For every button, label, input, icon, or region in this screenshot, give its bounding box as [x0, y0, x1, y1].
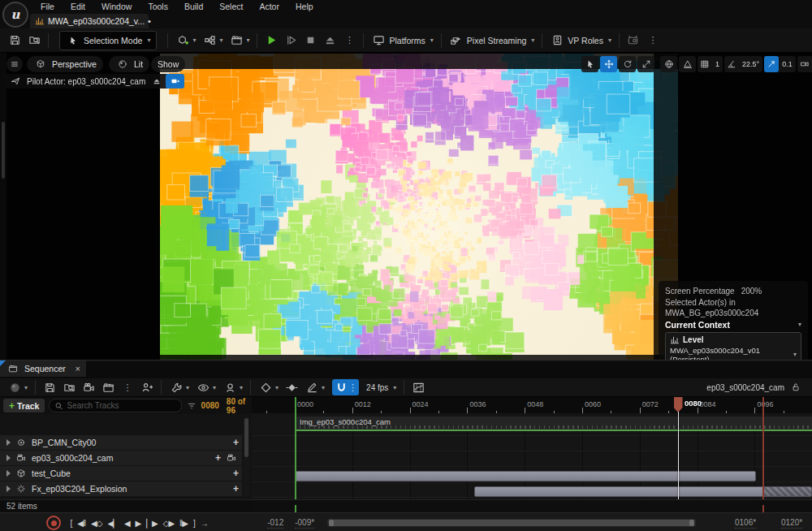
transport-button-0[interactable]: [ — [71, 519, 72, 528]
expand-chevron-icon[interactable] — [6, 470, 11, 477]
menu-edit[interactable]: Edit — [63, 2, 93, 11]
transport-button-5[interactable]: ▶ — [136, 519, 141, 528]
panel-scrollbar[interactable] — [2, 122, 5, 179]
viewport-options-button[interactable] — [6, 56, 23, 72]
level-viewport[interactable]: Perspective Lit Show Pilot Actor: ep03_s… — [0, 53, 812, 360]
close-icon[interactable]: × — [76, 364, 80, 373]
transport-button-1[interactable]: ◀‖ — [77, 519, 85, 528]
transport-button-10[interactable]: → — [201, 519, 208, 528]
menu-build[interactable]: Build — [176, 2, 211, 11]
add-section-icon[interactable]: + — [233, 468, 239, 479]
track-row[interactable]: ep03_s000c204_cam + — [0, 451, 242, 465]
timeline-area[interactable]: 0000001200240036004800600072008400960080… — [252, 397, 812, 499]
add-actor-to-sequencer-button[interactable] — [137, 379, 157, 395]
expand-chevron-icon[interactable] — [6, 455, 11, 461]
view-range-end-field[interactable]: 0120* — [781, 518, 802, 529]
stop-piloting-eject-icon[interactable] — [149, 74, 164, 88]
camera-view-toggle[interactable] — [166, 74, 184, 88]
add-section-icon[interactable]: + — [215, 452, 221, 464]
scrollbar-thumb[interactable] — [244, 418, 248, 457]
menu-window[interactable]: Window — [93, 2, 140, 11]
tracklist-scrollbar[interactable] — [244, 417, 249, 498]
seq-browse-button[interactable] — [59, 379, 79, 395]
level-tab[interactable]: MWA_ep03s000c204_v... • — [30, 14, 149, 28]
add-actor-dropdown[interactable]: ▾ — [172, 33, 199, 48]
menu-select[interactable]: Select — [211, 2, 251, 11]
auto-key-button[interactable] — [282, 379, 301, 395]
track-row[interactable]: BP_CMN_City00 + — [0, 435, 242, 450]
transport-button-3[interactable]: ◀▏ — [108, 519, 119, 528]
unreal-logo[interactable]: u — [2, 2, 28, 28]
sequence-browse-dropdown[interactable]: ▾ — [4, 380, 31, 395]
current-context-box[interactable]: Level MWA_ep03s000c204_v01 (Persistent) … — [665, 332, 801, 360]
perspective-dropdown[interactable]: Perspective — [27, 56, 103, 72]
playback-options-dropdown[interactable]: ▾ — [219, 380, 246, 395]
transport-button-4[interactable]: ◀ — [124, 519, 130, 528]
tangent-options-dropdown[interactable]: ▾ — [301, 380, 328, 395]
add-track-button[interactable]: + Track — [3, 399, 45, 412]
blueprints-dropdown[interactable]: ▾ — [199, 33, 226, 48]
media-capture-button[interactable] — [624, 31, 643, 50]
selection-mode-dropdown[interactable]: Selection Mode ▾ — [59, 31, 157, 50]
sequencer-tab[interactable]: Sequencer × — [0, 360, 86, 377]
browse-content-button[interactable] — [24, 31, 44, 50]
transport-button-6[interactable]: ▏▶ — [146, 519, 157, 528]
scale-tool-button[interactable] — [637, 56, 654, 72]
view-mode-dropdown[interactable]: Lit — [109, 56, 149, 72]
menu-actor[interactable]: Actor — [251, 2, 287, 11]
view-range-start-field[interactable]: -012 — [267, 518, 283, 529]
camera-cut-icon[interactable] — [224, 451, 239, 465]
render-movie-button[interactable] — [98, 379, 118, 395]
eject-button[interactable] — [320, 31, 339, 50]
shot-track-banner[interactable]: Img_ep03_s000c204_cam — [295, 417, 812, 430]
camera-speed-group[interactable]: 1 — [797, 56, 812, 72]
section-bar[interactable] — [474, 486, 812, 497]
timeline-ruler[interactable]: 0000001200240036004800600072008400960080 — [252, 397, 812, 413]
add-section-icon[interactable]: + — [233, 483, 239, 494]
toolbar-overflow-button[interactable]: ⋮ — [643, 31, 663, 50]
track-row[interactable]: Fx_ep03C204_Explosion + — [0, 481, 242, 496]
seq-save-button[interactable] — [40, 379, 59, 395]
working-range-start-field[interactable]: -009* — [295, 518, 314, 529]
menu-tools[interactable]: Tools — [140, 2, 176, 11]
transport-button-2[interactable]: ◀◇ — [91, 519, 102, 528]
section-bar[interactable] — [295, 471, 756, 481]
chevron-down-icon[interactable]: ▾ — [798, 321, 801, 328]
frame-skip-button[interactable] — [281, 31, 300, 50]
timeline-scrollbar-thumb[interactable] — [329, 520, 694, 526]
show-dropdown[interactable]: Show — [151, 56, 185, 72]
play-options-button[interactable]: ⋮ — [339, 31, 359, 50]
transport-button-8[interactable]: ‖▶ — [179, 519, 188, 528]
pixel-streaming-dropdown[interactable]: Pixel Streaming ▾ — [446, 33, 538, 48]
timeline-scrollbar[interactable] — [327, 519, 696, 527]
current-frame-field[interactable]: 0080 — [201, 401, 219, 410]
coordinate-space-button[interactable] — [660, 56, 677, 72]
search-tracks-input[interactable]: Search Tracks — [49, 399, 182, 412]
record-button[interactable] — [46, 516, 61, 530]
select-tool-button[interactable] — [581, 56, 598, 72]
keyframe-options-dropdown[interactable]: ▾ — [255, 380, 282, 395]
playhead-handle[interactable] — [674, 397, 683, 412]
menu-help[interactable]: Help — [287, 2, 322, 11]
view-options-dropdown[interactable]: ▾ — [192, 380, 219, 395]
rotate-tool-button[interactable] — [619, 56, 636, 72]
frame-range-display[interactable]: 80 of 96 — [227, 397, 248, 415]
fps-dropdown[interactable]: 24 fps ▾ — [363, 383, 400, 392]
create-camera-button[interactable] — [79, 379, 98, 395]
stop-button[interactable] — [300, 31, 320, 50]
filter-icon[interactable] — [186, 399, 197, 413]
platforms-dropdown[interactable]: Platforms ▾ — [368, 33, 436, 48]
cinematics-dropdown[interactable]: ▾ — [226, 33, 253, 48]
save-button[interactable] — [5, 31, 24, 50]
vp-roles-dropdown[interactable]: VP Roles ▾ — [546, 33, 615, 48]
move-tool-button[interactable] — [600, 56, 617, 72]
transport-button-9[interactable]: ] — [193, 519, 195, 528]
playback-start-marker[interactable] — [295, 397, 296, 499]
curve-editor-button[interactable] — [408, 379, 428, 395]
play-button[interactable] — [261, 31, 281, 50]
timeline-rows[interactable] — [252, 430, 812, 499]
playback-end-marker[interactable] — [762, 397, 764, 499]
lock-open-icon[interactable] — [788, 380, 803, 395]
add-section-icon[interactable]: + — [233, 437, 239, 448]
grid-snap-group[interactable]: 1 — [698, 56, 723, 72]
